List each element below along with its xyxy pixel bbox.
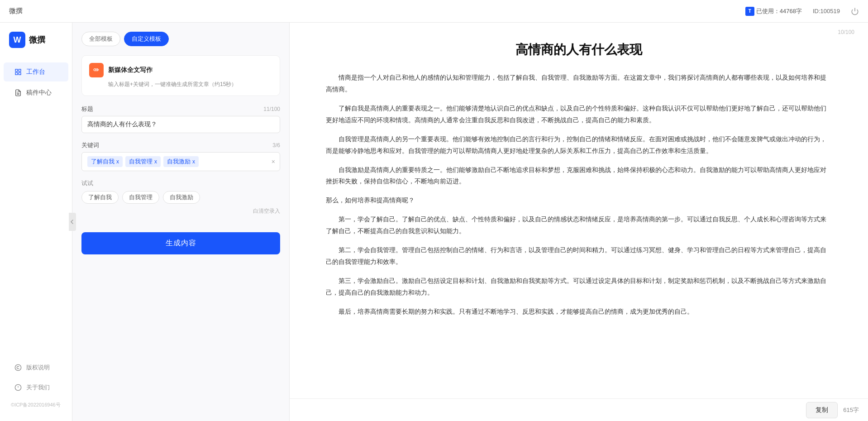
- trial-section: 试试 了解自我 自我管理 自我激励 白清空录入: [81, 179, 280, 215]
- copyright-icon: [14, 364, 22, 371]
- title-section: 标题 11/100: [81, 105, 280, 133]
- usage-info: T 已使用：44768字: [745, 7, 802, 16]
- card-description: 输入标题+关键词，一键准确生成所需文章（约15秒）: [89, 80, 272, 88]
- copy-button[interactable]: 复制: [806, 402, 838, 418]
- card-title: 新媒体全文写作: [108, 66, 153, 74]
- keywords-section: 关键词 3/6 了解自我 x 自我管理 x 自我激励 x ×: [81, 141, 280, 171]
- sidebar-item-drafts[interactable]: 稿件中心: [4, 83, 68, 102]
- sidebar-bottom: 版权说明 关于我们 ©ICP备2022016946号: [0, 357, 72, 412]
- sidebar-item-about[interactable]: 关于我们: [4, 378, 68, 397]
- template-card: ✏ 新媒体全文写作 输入标题+关键词，一键准确生成所需文章（约15秒）: [81, 55, 280, 96]
- power-icon[interactable]: [851, 7, 859, 15]
- content-area: 高情商的人有什么表现 情商是指一个人对自己和他人的感情的认知和管理能力，包括了解…: [290, 23, 868, 398]
- id-label: ID:100519: [813, 8, 840, 14]
- svg-rect-1: [15, 69, 18, 72]
- svg-rect-4: [19, 72, 21, 75]
- nav-right: T 已使用：44768字 ID:100519: [745, 7, 859, 16]
- trial-label: 试试: [81, 179, 280, 187]
- remove-tag-2[interactable]: x: [154, 158, 157, 165]
- keywords-label: 关键词 3/6: [81, 141, 280, 149]
- collapse-sidebar-button[interactable]: [69, 213, 76, 231]
- usage-icon: T: [745, 7, 754, 16]
- usage-label: 已使用：44768字: [756, 7, 802, 15]
- page-count: 10/100: [838, 29, 854, 35]
- svg-point-7: [15, 364, 21, 370]
- tab-custom-templates[interactable]: 自定义模板: [124, 32, 169, 46]
- sidebar: W 微撰 工作台 稿件中心: [0, 23, 72, 421]
- keyword-tag-1[interactable]: 了解自我 x: [87, 156, 123, 167]
- about-label: 关于我们: [26, 383, 50, 392]
- main-layout: W 微撰 工作台 稿件中心: [0, 23, 868, 421]
- article-paragraph-7: 第三，学会激励自己。激励自己包括设定目标和计划、自我激励和自我奖励等方式。可以通…: [326, 275, 832, 299]
- keywords-clear-button[interactable]: ×: [272, 158, 275, 165]
- icp-text: ©ICP备2022016946号: [0, 398, 72, 412]
- card-icon: ✏: [89, 63, 104, 77]
- article-paragraph-4: 那么，如何培养和提高情商呢？: [326, 195, 832, 206]
- article-paragraph-8: 最后，培养高情商需要长期的努力和实践。只有通过不断地学习、反思和实践，才能够提高…: [326, 306, 832, 318]
- svg-rect-2: [19, 69, 21, 72]
- keyword-tag-2[interactable]: 自我管理 x: [125, 156, 161, 167]
- logo-icon: W: [9, 32, 25, 48]
- article-paragraph-6: 第二，学会自我管理。管理自己包括控制自己的情绪、行为和言语，以及管理自己的时间和…: [326, 244, 832, 268]
- top-nav: 微撰 T 已使用：44768字 ID:100519: [0, 0, 868, 23]
- clear-all-link[interactable]: 白清空录入: [81, 207, 280, 215]
- keywords-count: 3/6: [272, 142, 280, 148]
- article-body: 情商是指一个人对自己和他人的感情的认知和管理能力，包括了解自我、自我管理、自我激…: [326, 72, 832, 317]
- word-count: 615字: [843, 406, 859, 414]
- content-bottom: 复制 615字: [290, 398, 868, 421]
- tab-all-templates[interactable]: 全部模板: [81, 32, 120, 46]
- workbench-icon: [14, 68, 22, 76]
- about-icon: [14, 384, 22, 391]
- article-paragraph-3: 自我激励是高情商人的重要特质之一。他们能够激励自己不断地追求目标和梦想，克服困难…: [326, 164, 832, 188]
- title-count: 11/100: [263, 106, 280, 112]
- article-paragraph-0: 情商是指一个人对自己和他人的感情的认知和管理能力，包括了解自我、自我管理、自我激…: [326, 72, 832, 96]
- keywords-box[interactable]: 了解自我 x 自我管理 x 自我激励 x ×: [81, 152, 280, 171]
- logo-area: W 微撰: [0, 32, 72, 62]
- article-paragraph-1: 了解自我是高情商人的重要表现之一。他们能够清楚地认识自己的优点和缺点，以及自己的…: [326, 103, 832, 126]
- copyright-label: 版权说明: [26, 364, 50, 372]
- keyword-tag-3[interactable]: 自我激励 x: [163, 156, 199, 167]
- title-input[interactable]: [81, 116, 280, 133]
- content-panel: 10/100 高情商的人有什么表现 情商是指一个人对自己和他人的感情的认知和管理…: [290, 23, 868, 421]
- suggestion-2[interactable]: 自我管理: [122, 191, 159, 204]
- logo-text: 微撰: [29, 34, 45, 45]
- remove-tag-3[interactable]: x: [192, 158, 195, 165]
- template-tabs: 全部模板 自定义模板: [81, 32, 280, 46]
- drafts-label: 稿件中心: [26, 89, 52, 97]
- suggestion-3[interactable]: 自我激励: [163, 191, 200, 204]
- svg-rect-3: [15, 72, 18, 75]
- article-paragraph-5: 第一，学会了解自己。了解自己的优点、缺点、个性特质和偏好，以及自己的情感状态和情…: [326, 214, 832, 237]
- workbench-label: 工作台: [26, 68, 45, 76]
- article-paragraph-2: 自我管理是高情商人的另一个重要表现。他们能够有效地控制自己的言行和行为，控制自己…: [326, 134, 832, 157]
- title-label: 标题 11/100: [81, 105, 280, 113]
- sidebar-item-copyright[interactable]: 版权说明: [4, 358, 68, 377]
- drafts-icon: [14, 89, 22, 96]
- suggestions-list: 了解自我 自我管理 自我激励: [81, 191, 280, 204]
- card-header: ✏ 新媒体全文写作: [89, 63, 272, 77]
- center-panel: 全部模板 自定义模板 ✏ 新媒体全文写作 输入标题+关键词，一键准确生成所需文章…: [72, 23, 290, 421]
- suggestion-1[interactable]: 了解自我: [81, 191, 119, 204]
- article-title: 高情商的人有什么表现: [326, 41, 832, 58]
- remove-tag-1[interactable]: x: [116, 158, 119, 165]
- sidebar-item-workbench[interactable]: 工作台: [4, 62, 68, 81]
- nav-left: 微撰: [9, 7, 23, 15]
- generate-button[interactable]: 生成内容: [81, 232, 280, 254]
- nav-title: 微撰: [9, 7, 23, 15]
